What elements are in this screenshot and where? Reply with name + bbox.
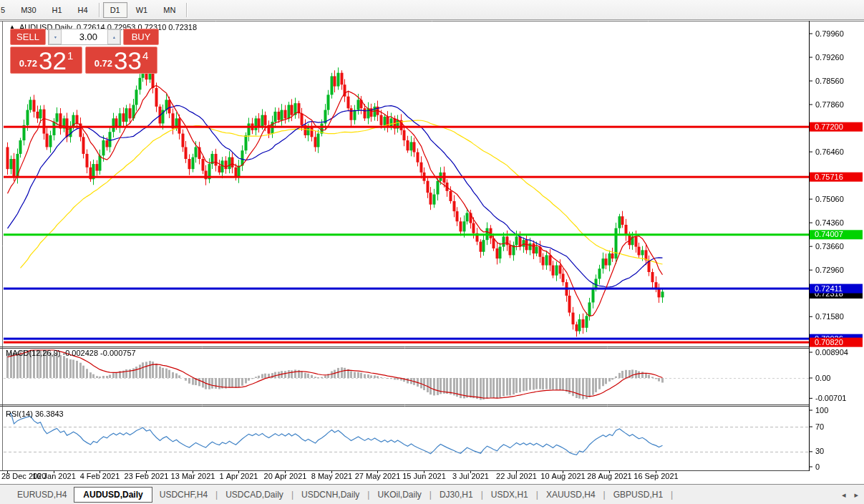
tabs-scroll-left-icon[interactable]: ◂ xyxy=(842,490,846,500)
chart-tab-ukoil-daily[interactable]: UKOil,Daily xyxy=(370,488,428,502)
chart-tab-bar: EURUSD,H4AUDUSD,DailyUSDCHF,H4|USDCAD,Da… xyxy=(0,484,864,504)
timeframe-h4[interactable]: H4 xyxy=(71,2,95,18)
chart-tab-xauusd-h4[interactable]: XAUUSD,H4 xyxy=(539,488,603,502)
buy-price-sup: 4 xyxy=(142,49,148,62)
macd-title: MACD(12,26,9) xyxy=(6,349,60,357)
tab-divider: | xyxy=(429,490,432,500)
buy-button[interactable]: BUY xyxy=(123,29,159,45)
rsi-value: 36.3843 xyxy=(35,410,64,418)
chart-canvas[interactable] xyxy=(0,0,864,504)
buy-price-big: 33 xyxy=(114,50,142,72)
chart-tab-eurusd-h4[interactable]: EURUSD,H4 xyxy=(10,488,74,502)
buy-price-display[interactable]: 0.72 33 4 xyxy=(85,47,157,74)
chart-tab-usdcnh-daily[interactable]: USDCNH,Daily xyxy=(294,488,367,502)
tab-scroll-arrows: ◂ ▸ xyxy=(842,485,858,504)
toolbar-separator xyxy=(99,3,99,17)
timeframe-mn[interactable]: MN xyxy=(156,2,183,18)
chart-tab-audusd-daily[interactable]: AUDUSD,Daily xyxy=(74,487,152,503)
tab-divider: | xyxy=(367,490,369,500)
timeframe-toolbar: 5M30H1H4D1W1MN xyxy=(0,0,864,20)
tab-divider: | xyxy=(536,490,538,500)
macd-label: MACD(12,26,9) -0.002428 -0.000757 xyxy=(6,349,136,357)
timeframe-w1[interactable]: W1 xyxy=(129,2,155,18)
sell-price-display[interactable]: 0.72 32 1 xyxy=(10,47,82,74)
sell-button[interactable]: SELL xyxy=(10,29,46,45)
timeframe-m30[interactable]: M30 xyxy=(14,2,43,18)
volume-input[interactable]: 3.00 xyxy=(62,29,107,44)
buy-price-prefix: 0.72 xyxy=(94,58,112,69)
rsi-label: RSI(14) 36.3843 xyxy=(6,410,64,418)
tabs-scroll-right-icon[interactable]: ▸ xyxy=(854,490,858,500)
sell-price-big: 32 xyxy=(39,50,67,72)
rsi-title: RSI(14) xyxy=(6,410,33,418)
chart-tab-gbpusd-h1[interactable]: GBPUSD,H1 xyxy=(606,488,670,502)
timeframe-d1[interactable]: D1 xyxy=(103,2,127,18)
timeframe-5[interactable]: 5 xyxy=(0,2,12,18)
chevron-down-icon: ▼ xyxy=(53,35,57,39)
tab-divider: | xyxy=(671,490,673,500)
volume-increase-button[interactable]: ▲ xyxy=(107,29,120,44)
sell-price-prefix: 0.72 xyxy=(19,58,37,69)
tab-divider: | xyxy=(603,490,606,500)
chevron-up-icon: ▲ xyxy=(112,35,115,39)
one-click-trading-panel: SELL ▼ 3.00 ▲ BUY 0.72 32 1 0.72 33 4 xyxy=(10,29,159,74)
terminal-window: 5M30H1H4D1W1MN ▲ AUDUSD,Daily 0.72614 0.… xyxy=(0,0,864,504)
tab-divider: | xyxy=(215,490,218,500)
timeframe-h1[interactable]: H1 xyxy=(45,2,69,18)
volume-decrease-button[interactable]: ▼ xyxy=(49,29,62,44)
toolbar-separator xyxy=(186,3,187,17)
macd-signal-value: -0.000757 xyxy=(100,349,136,357)
chart-tab-usdx-h1[interactable]: USDX,H1 xyxy=(484,488,535,502)
sell-price-sup: 1 xyxy=(67,49,73,62)
tab-divider: | xyxy=(481,490,483,500)
chart-tab-usdcad-daily[interactable]: USDCAD,Daily xyxy=(218,488,291,502)
chart-tab-usdchf-h4[interactable]: USDCHF,H4 xyxy=(152,488,215,502)
macd-main-value: -0.002428 xyxy=(62,349,98,357)
volume-stepper: ▼ 3.00 ▲ xyxy=(48,29,121,45)
tab-divider: | xyxy=(291,490,293,500)
chart-tab-dj30-h1[interactable]: DJ30,H1 xyxy=(432,488,480,502)
